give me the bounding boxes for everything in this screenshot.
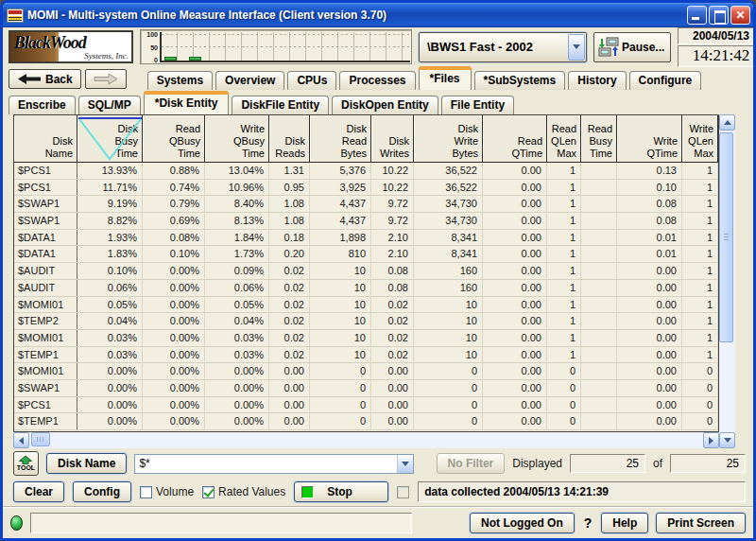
column-header[interactable]: Read Busy Time [581,115,617,162]
cell-read-busy-time [581,413,617,429]
disk-name-filter-button[interactable]: Disk Name [46,453,127,474]
collection-status-field: data collected 2004/05/13 14:21:39 [418,481,746,502]
sub-tab[interactable]: *Disk Entity [144,91,230,114]
rated-values-checkbox-group[interactable]: Rated Values [202,485,285,498]
cell-read-qlen-max: 1 [547,347,581,363]
table-row[interactable]: $TEMP1 0.03% 0.00% 0.03% 0.02 10 0.02 10… [14,347,718,364]
cell-disk-busy-time: 13.93% [77,163,143,179]
cell-disk-busy-time: 0.05% [77,297,143,313]
cell-read-qlen-max: 1 [547,297,581,313]
forward-button[interactable] [85,69,127,89]
cell-disk-busy-time: 1.93% [77,230,143,246]
sub-tab[interactable]: File Entity [441,96,514,114]
main-tab[interactable]: CPUs [287,71,336,90]
table-row[interactable]: $TEMP2 0.04% 0.00% 0.04% 0.02 10 0.02 10… [14,313,718,330]
graph-y-tick: 50 [150,44,158,51]
main-tab[interactable]: Configure [629,71,702,90]
table-row[interactable]: $SWAP1 8.82% 0.69% 8.13% 1.08 4,437 9.72… [14,213,718,230]
sub-tab[interactable]: DiskFile Entity [232,96,329,114]
horizontal-scroll-track[interactable] [29,432,703,448]
cell-read-qtime: 0.00 [483,246,547,262]
table-row[interactable]: $PCS1 11.71% 0.74% 10.96% 0.95 3,925 10.… [14,180,718,197]
stop-button[interactable]: Stop [294,481,388,502]
filter-combobox[interactable] [134,454,414,474]
horizontal-scroll-thumb[interactable] [31,432,50,446]
main-tab[interactable]: *SubSystems [474,71,566,90]
cell-write-qtime: 0.10 [617,180,682,196]
not-logged-on-button[interactable]: Not Logged On [470,513,575,533]
vertical-scrollbar[interactable] [719,114,735,448]
sub-tab[interactable]: Enscribe [9,96,76,114]
cell-read-qtime: 0.00 [483,213,547,229]
table-row[interactable]: $SWAP1 0.00% 0.00% 0.00% 0.00 0 0.00 0 0… [14,380,718,397]
vertical-scroll-track[interactable] [719,131,735,432]
config-button[interactable]: Config [73,481,131,502]
combo-chevron-down-icon[interactable] [397,455,413,473]
main-tab[interactable]: Overview [215,71,284,90]
table-row[interactable]: $MOMI01 0.05% 0.00% 0.05% 0.02 10 0.02 1… [14,297,718,314]
app-icon [7,9,24,23]
rated-values-checkbox[interactable] [202,486,215,498]
table-row[interactable]: $PCS1 0.00% 0.00% 0.00% 0.00 0 0.00 0 0.… [14,397,718,414]
cell-disk-writes: 10.22 [371,163,414,179]
cell-disk-reads: 0.02 [269,297,310,313]
column-header[interactable]: Disk Reads [269,115,310,162]
column-header[interactable]: Read QBusy Time [143,115,205,162]
status-checkbox[interactable] [397,486,409,498]
clear-button[interactable]: Clear [13,481,64,502]
main-tab[interactable]: History [568,71,626,90]
column-header[interactable]: Write QTime [617,115,682,162]
chevron-down-icon[interactable] [568,34,585,61]
pause-button[interactable]: Pause... [593,32,671,62]
scroll-left-button[interactable] [13,432,29,448]
column-header[interactable]: Write QBusy Time [205,115,269,162]
vertical-scroll-thumb[interactable] [719,132,733,342]
column-header[interactable]: Disk Busy Time [77,115,143,162]
table-row[interactable]: $PCS1 13.93% 0.88% 13.04% 1.31 5,376 10.… [14,163,718,180]
horizontal-scrollbar[interactable] [13,432,719,448]
main-tab[interactable]: Processes [339,71,415,90]
cell-write-qtime: 0.00 [617,280,682,296]
maximize-button[interactable] [709,6,729,25]
volume-checkbox-group[interactable]: Volume [140,485,194,498]
cell-disk-busy-time: 0.10% [77,263,143,279]
table-row[interactable]: $DATA1 1.93% 0.08% 1.84% 0.18 1,898 2.10… [14,230,718,247]
scroll-down-button[interactable] [719,432,735,448]
column-header[interactable]: Disk Write Bytes [414,115,483,162]
system-selector[interactable]: \BWS1 Fast - 2002 [419,32,587,62]
table-row[interactable]: $SWAP1 9.19% 0.79% 8.40% 1.08 4,437 9.72… [14,196,718,213]
help-button[interactable]: Help [601,513,648,533]
scroll-right-button[interactable] [703,432,719,448]
column-header[interactable]: Disk Read Bytes [310,115,371,162]
scroll-up-button[interactable] [719,114,735,131]
main-tab[interactable]: *Files [419,66,472,90]
no-filter-button[interactable]: No Filter [437,453,506,474]
cell-write-qtime: 0.00 [617,397,682,413]
filter-input[interactable] [135,455,397,473]
print-screen-button[interactable]: Print Screen [656,513,746,533]
table-row[interactable]: $AUDIT 0.10% 0.00% 0.09% 0.02 10 0.08 16… [14,263,718,280]
column-header[interactable]: Disk Name [14,115,77,162]
sub-tab[interactable]: SQL/MP [78,96,141,114]
back-button[interactable]: Back [9,69,81,89]
column-header[interactable]: Read QLen Max [547,115,581,162]
system-selector-value: \BWS1 Fast - 2002 [420,40,568,54]
table-row[interactable]: $TEMP1 0.00% 0.00% 0.00% 0.00 0 0.00 0 0… [14,413,718,430]
table-row[interactable]: $DATA1 1.83% 0.10% 1.73% 0.20 810 2.10 8… [14,246,718,263]
close-button[interactable] [730,6,750,25]
question-mark-button[interactable]: ? [582,515,594,531]
graph-bar [189,57,201,61]
cell-read-busy-time [581,230,617,246]
column-header[interactable]: Read QTime [483,115,547,162]
minimize-button[interactable] [687,6,707,25]
tool-button[interactable]: TOOL [13,451,39,476]
main-tab[interactable]: Systems [147,71,213,90]
table-row[interactable]: $AUDIT 0.06% 0.00% 0.06% 0.02 10 0.08 16… [14,280,718,297]
table-row[interactable]: $MOMI01 0.03% 0.00% 0.03% 0.02 10 0.02 1… [14,330,718,347]
titlebar[interactable]: MOMI - Multi-system Online Measure Inter… [3,3,753,27]
table-row[interactable]: $MOMI01 0.00% 0.00% 0.00% 0.00 0 0.00 0 … [14,363,718,380]
volume-checkbox[interactable] [140,486,152,498]
column-header[interactable]: Disk Writes [371,115,414,162]
sub-tab[interactable]: DiskOpen Entity [332,96,438,114]
column-header[interactable]: Write QLen Max [682,115,718,162]
